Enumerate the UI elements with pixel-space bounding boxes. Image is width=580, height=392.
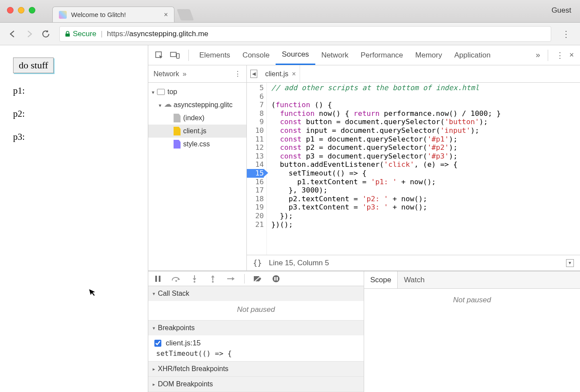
editor-tab-clientjs[interactable]: client.js ×	[262, 65, 300, 82]
svg-point-7	[194, 281, 195, 283]
browser-menu-icon[interactable]: ⋮	[557, 29, 575, 39]
tab-application[interactable]: Application	[448, 45, 497, 65]
document-icon	[174, 114, 181, 122]
more-tabs-icon[interactable]: »	[536, 51, 540, 60]
toggle-navigator-icon[interactable]: ◀	[250, 70, 257, 78]
step-out-icon[interactable]	[208, 274, 218, 284]
call-stack-status: Not paused	[148, 301, 364, 320]
tree-file-index[interactable]: (index)	[148, 112, 246, 125]
debugger-toolbar	[148, 271, 364, 286]
svg-rect-2	[171, 52, 176, 57]
new-tab-button[interactable]	[177, 9, 194, 20]
svg-rect-11	[274, 277, 276, 280]
xhr-breakpoints-header[interactable]: ▸XHR/fetch Breakpoints	[148, 362, 364, 376]
breakpoints-header[interactable]: ▾Breakpoints	[148, 321, 364, 335]
close-tab-icon[interactable]: ×	[164, 11, 168, 19]
breakpoint-item[interactable]: client.js:15	[154, 339, 358, 348]
inspect-element-icon[interactable]	[153, 49, 166, 62]
window-titlebar: Welcome to Glitch! × Guest	[0, 0, 580, 23]
address-bar[interactable]: Secure | https://asyncstepping.glitch.me	[59, 26, 551, 42]
devtools-tabstrip: Elements Console Sources Network Perform…	[148, 45, 580, 65]
navigator-menu-icon[interactable]: ⋮	[234, 70, 241, 78]
traffic-lights	[7, 7, 35, 14]
devtools-menu-icon[interactable]: ⋮	[556, 51, 564, 60]
navigator-tab-network[interactable]: Network	[154, 70, 179, 78]
svg-rect-4	[155, 276, 157, 282]
step-over-icon[interactable]	[171, 274, 181, 284]
frame-icon	[157, 89, 165, 95]
debugger-drawer: ▾Call Stack Not paused ▾Breakpoints clie…	[148, 271, 580, 392]
pause-on-exceptions-icon[interactable]	[271, 274, 281, 284]
cursor-position: Line 15, Column 5	[269, 259, 329, 267]
device-toolbar-icon[interactable]	[168, 49, 181, 62]
tab-performance[interactable]: Performance	[355, 45, 409, 65]
svg-rect-3	[177, 54, 179, 58]
minimize-window-button[interactable]	[18, 7, 24, 14]
tree-file-stylecss[interactable]: style.css	[148, 138, 246, 151]
url-text: https://asyncstepping.glitch.me	[107, 30, 208, 38]
dom-breakpoints-header[interactable]: ▸DOM Breakpoints	[148, 377, 364, 392]
deactivate-breakpoints-icon[interactable]	[252, 274, 263, 284]
css-file-icon	[174, 140, 181, 149]
favicon-icon	[59, 11, 67, 19]
p1-text: p1:	[13, 85, 135, 96]
tree-top-frame[interactable]: top	[148, 85, 246, 98]
step-into-icon[interactable]	[189, 274, 200, 284]
breakpoint-location: client.js:15	[166, 339, 201, 348]
svg-point-10	[273, 275, 280, 282]
tree-file-clientjs[interactable]: client.js	[148, 125, 246, 138]
step-icon[interactable]	[226, 274, 236, 284]
svg-rect-12	[276, 277, 278, 280]
statusbar-dropdown-icon[interactable]: ▾	[566, 259, 574, 267]
call-stack-header[interactable]: ▾Call Stack	[148, 286, 364, 301]
breakpoint-checkbox[interactable]	[154, 340, 161, 347]
breakpoint-code: setTimeout(() => {	[154, 348, 358, 358]
lock-icon	[65, 31, 70, 37]
code-area[interactable]: // add other scripts at the bottom of in…	[267, 83, 501, 255]
secure-indicator: Secure	[65, 30, 96, 38]
p3-text: p3:	[13, 132, 135, 142]
close-devtools-icon[interactable]: ×	[567, 51, 576, 60]
tab-network[interactable]: Network	[315, 45, 355, 65]
tab-memory[interactable]: Memory	[409, 45, 448, 65]
editor-statusbar: {} Line 15, Column 5 ▾	[247, 255, 580, 270]
reload-button[interactable]	[38, 27, 53, 41]
tab-title: Welcome to Glitch!	[71, 11, 160, 18]
source-editor: ◀ client.js × 56789101112131415161718192…	[247, 65, 580, 270]
tab-elements[interactable]: Elements	[193, 45, 236, 65]
devtools: Elements Console Sources Network Perform…	[148, 45, 580, 392]
svg-rect-5	[159, 276, 160, 282]
browser-toolbar: Secure | https://asyncstepping.glitch.me…	[0, 23, 580, 45]
cloud-icon	[164, 101, 171, 109]
browser-tab[interactable]: Welcome to Glitch! ×	[52, 7, 174, 22]
svg-point-6	[175, 280, 177, 282]
scope-tab[interactable]: Scope	[364, 271, 398, 288]
do-stuff-button[interactable]: do stuff	[13, 57, 54, 73]
svg-rect-0	[65, 34, 70, 37]
watch-tab[interactable]: Watch	[398, 271, 431, 288]
scope-status: Not paused	[364, 289, 580, 392]
secure-label: Secure	[73, 30, 96, 38]
pause-icon[interactable]	[153, 274, 163, 284]
zoom-window-button[interactable]	[29, 7, 35, 14]
navigator-more-tabs-icon[interactable]: »	[183, 70, 187, 78]
line-gutter[interactable]: 56789101112131415161718192021	[247, 83, 267, 255]
tab-sources[interactable]: Sources	[276, 45, 315, 65]
sources-navigator: Network » ⋮ top asyncstepping.glitc (ind…	[148, 65, 247, 270]
tab-console[interactable]: Console	[236, 45, 276, 65]
forward-button	[22, 27, 37, 41]
js-file-icon	[174, 127, 181, 135]
back-button[interactable]	[5, 27, 20, 41]
p2-text: p2:	[13, 108, 135, 119]
profile-label[interactable]: Guest	[552, 6, 571, 15]
rendered-page: do stuff p1: p2: p3:	[0, 45, 148, 392]
pretty-print-icon[interactable]: {}	[253, 259, 262, 267]
close-window-button[interactable]	[7, 7, 14, 14]
tree-domain[interactable]: asyncstepping.glitc	[148, 98, 246, 112]
close-file-icon[interactable]: ×	[292, 70, 296, 78]
cursor-icon	[88, 287, 97, 297]
svg-point-8	[212, 281, 214, 283]
